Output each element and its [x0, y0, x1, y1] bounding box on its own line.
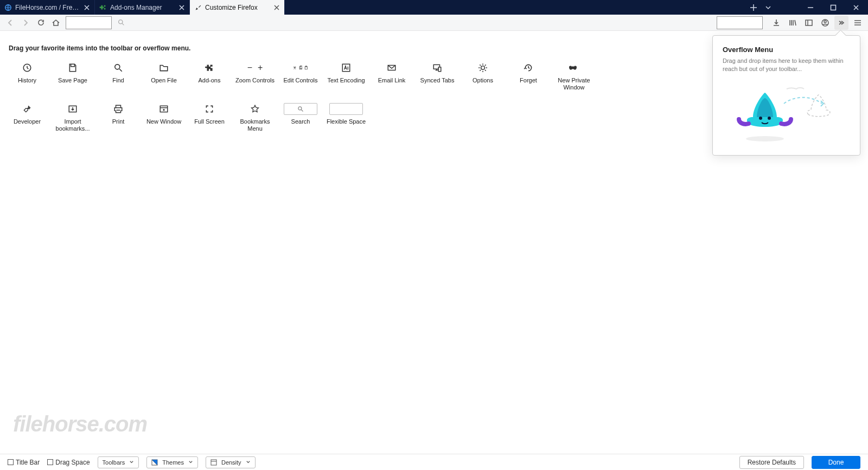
forward-button[interactable] — [18, 16, 33, 30]
overflow-desc: Drag and drop items here to keep them wi… — [723, 57, 850, 73]
palette-textencoding[interactable]: Text Encoding — [323, 62, 369, 91]
svg-rect-8 — [299, 67, 302, 69]
restore-defaults-button[interactable]: Restore Defaults — [739, 456, 804, 469]
svg-point-7 — [115, 65, 120, 69]
library-button[interactable] — [786, 16, 800, 30]
palette-history[interactable]: History — [4, 62, 50, 91]
palette-fullscreen[interactable]: Full Screen — [187, 103, 232, 132]
close-icon[interactable] — [84, 4, 90, 11]
sidebar-button[interactable] — [802, 16, 816, 30]
palette-flexspace[interactable]: Flexible Space — [323, 103, 369, 132]
palette-find[interactable]: Find — [95, 62, 141, 91]
chevron-down-icon — [188, 460, 193, 465]
chevron-down-icon — [246, 460, 251, 465]
done-button[interactable]: Done — [812, 456, 860, 469]
globe-icon — [4, 4, 12, 11]
svg-point-21 — [768, 117, 771, 120]
svg-rect-9 — [300, 66, 302, 69]
overflow-panel: Overflow Menu Drag and drop items here t… — [712, 35, 860, 156]
palette-options[interactable]: Options — [460, 62, 506, 91]
tab-bar: FileHorse.com / Free Software Add-ons Ma… — [0, 0, 868, 15]
customize-pane: Drag your favorite items into the toolba… — [0, 31, 868, 454]
reload-button[interactable] — [34, 16, 48, 30]
account-button[interactable] — [818, 16, 832, 30]
downloads-button[interactable] — [769, 16, 783, 30]
minimize-button[interactable] — [803, 0, 818, 15]
palette-importbookmarks[interactable]: Import bookmarks... — [50, 103, 95, 132]
palette-forget[interactable]: Forget — [506, 62, 551, 91]
paintbrush-icon — [194, 4, 202, 11]
palette-print[interactable]: Print — [95, 103, 141, 132]
tab-filehorse[interactable]: FileHorse.com / Free Software — [0, 0, 95, 15]
alltabs-icon[interactable] — [765, 4, 771, 11]
url-input-frame[interactable] — [66, 16, 112, 29]
svg-rect-1 — [831, 5, 836, 10]
search-input-frame[interactable] — [717, 16, 763, 29]
svg-rect-23 — [211, 460, 216, 465]
palette-newwindow[interactable]: New Window — [141, 103, 187, 132]
customize-palette: History Save Page Find Open File Add-ons… — [0, 62, 608, 144]
close-icon[interactable] — [273, 4, 280, 11]
dragspace-checkbox[interactable]: Drag Space — [47, 459, 90, 466]
tab-label: FileHorse.com / Free Software — [15, 4, 80, 11]
svg-point-5 — [824, 21, 826, 23]
palette-syncedtabs[interactable]: Synced Tabs — [414, 62, 460, 91]
appmenu-button[interactable] — [851, 16, 865, 30]
overflow-illustration — [723, 83, 850, 145]
address-bar[interactable] — [114, 16, 712, 29]
back-button[interactable] — [3, 16, 17, 30]
palette-addons[interactable]: Add-ons — [187, 62, 232, 91]
palette-developer[interactable]: Developer — [4, 103, 50, 132]
tab-label: Add-ons Manager — [110, 4, 175, 11]
svg-point-18 — [298, 107, 302, 110]
toolbars-dropdown[interactable]: Toolbars — [98, 456, 139, 468]
customize-footer: Title Bar Drag Space Toolbars Themes Den… — [0, 454, 868, 470]
themes-dropdown[interactable]: Themes — [146, 456, 198, 468]
nav-toolbar — [0, 15, 868, 31]
overflow-button[interactable] — [834, 16, 848, 30]
density-dropdown[interactable]: Density — [206, 456, 256, 468]
palette-edit[interactable]: Edit Controls — [278, 62, 323, 91]
svg-rect-14 — [438, 67, 441, 72]
newtab-icon[interactable] — [750, 4, 757, 11]
palette-bookmarksmenu[interactable]: Bookmarks Menu — [232, 103, 278, 132]
close-icon[interactable] — [178, 4, 185, 11]
svg-point-19 — [746, 136, 784, 141]
palette-search[interactable]: Search — [278, 103, 323, 132]
svg-rect-3 — [806, 20, 812, 25]
tab-addons[interactable]: Add-ons Manager — [95, 0, 190, 15]
tab-customize[interactable]: Customize Firefox — [190, 0, 285, 15]
palette-emaillink[interactable]: Email Link — [369, 62, 414, 91]
palette-zoom[interactable]: −+Zoom Controls — [232, 62, 278, 91]
search-icon — [118, 19, 125, 26]
puzzle-icon — [99, 4, 107, 11]
palette-openfile[interactable]: Open File — [141, 62, 187, 91]
titlebar-checkbox[interactable]: Title Bar — [8, 459, 40, 466]
maximize-button[interactable] — [826, 0, 841, 15]
watermark: filehorse.com — [13, 412, 147, 436]
tab-label: Customize Firefox — [205, 4, 270, 11]
palette-privatewindow[interactable]: New Private Window — [551, 62, 597, 91]
palette-savepage[interactable]: Save Page — [50, 62, 95, 91]
overflow-title: Overflow Menu — [723, 46, 850, 54]
svg-point-15 — [481, 66, 485, 70]
svg-point-20 — [759, 117, 762, 120]
home-button[interactable] — [49, 16, 63, 30]
chevron-down-icon — [129, 460, 134, 465]
close-window-button[interactable] — [848, 0, 864, 15]
svg-point-2 — [119, 20, 123, 24]
